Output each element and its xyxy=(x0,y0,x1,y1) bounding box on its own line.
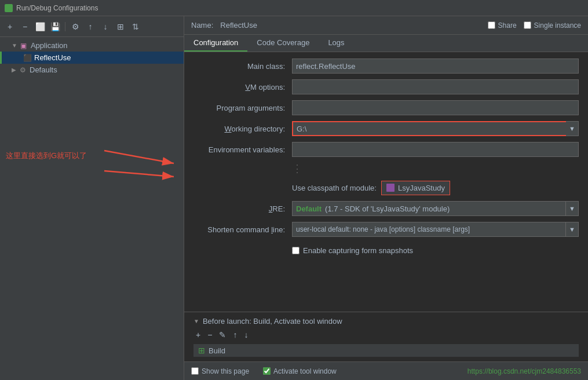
share-checkbox-item[interactable]: Share xyxy=(488,21,517,30)
separator: ⋮ xyxy=(292,162,304,175)
before-launch-down[interactable]: ↓ xyxy=(242,329,250,341)
sidebar-item-defaults[interactable]: ▶ ⚙ Defaults xyxy=(0,64,184,76)
enable-capture-row: Enable capturing form snapshots xyxy=(193,242,579,258)
config-header: Name: ReflectUse Share Single instance xyxy=(184,16,588,35)
before-launch-toolbar: + − ✎ ↑ ↓ xyxy=(193,329,579,341)
defaults-arrow: ▶ xyxy=(12,67,16,73)
show-page-label: Show this page xyxy=(202,367,249,375)
sidebar-item-reflectuse[interactable]: ⬛ ReflectUse xyxy=(0,52,184,64)
shorten-cmd-dropdown[interactable]: ▼ xyxy=(566,222,579,237)
module-icon xyxy=(386,184,395,192)
before-launch-section: ▼ Before launch: Build, Activate tool wi… xyxy=(184,312,588,361)
form-area: Main class: VM options: Program argument… xyxy=(184,52,588,312)
show-page-checkbox-item[interactable]: Show this page xyxy=(191,367,249,375)
before-launch-add[interactable]: + xyxy=(193,329,203,341)
move-up-button[interactable]: ↑ xyxy=(84,20,97,33)
main-class-label: Main class: xyxy=(193,62,292,71)
application-label: Application xyxy=(31,41,68,50)
before-launch-label: Before launch: Build, Activate tool wind… xyxy=(203,317,342,326)
add-config-button[interactable]: + xyxy=(3,20,16,33)
reflectuse-label: ReflectUse xyxy=(34,53,71,62)
jre-row: JRE: Default (1.7 - SDK of 'LsyJavaStudy… xyxy=(193,200,579,217)
application-folder-icon: ▣ xyxy=(20,42,28,50)
shorten-cmd-label: Shorten command line: xyxy=(193,225,292,234)
single-instance-checkbox[interactable] xyxy=(524,21,531,29)
sort-button[interactable]: ⇅ xyxy=(129,20,142,33)
defaults-gear-icon: ⚙ xyxy=(19,66,27,74)
tabs-row: Configuration Code Coverage Logs xyxy=(184,35,588,52)
before-launch-header: ▼ Before launch: Build, Activate tool wi… xyxy=(193,317,579,326)
defaults-label: Defaults xyxy=(30,65,57,74)
before-launch-remove[interactable]: − xyxy=(205,329,214,341)
shorten-cmd-row: Shorten command line: user-local default… xyxy=(193,221,579,237)
classpath-row: Use classpath of module: LsyJavaStudy xyxy=(292,180,579,196)
env-vars-input[interactable] xyxy=(292,142,579,157)
env-vars-label: Environment variables: xyxy=(193,145,292,154)
vm-options-input[interactable] xyxy=(292,79,579,94)
footer: Show this page Activate tool window http… xyxy=(184,361,588,380)
working-dir-input[interactable] xyxy=(292,121,566,136)
jre-extra-text: (1.7 - SDK of 'LsyJavaStudy' module) xyxy=(325,204,450,213)
settings-button[interactable]: ⚙ xyxy=(69,20,82,33)
build-item: ⊞ Build xyxy=(193,344,579,357)
main-class-input[interactable] xyxy=(292,59,579,74)
classpath-module-name: LsyJavaStudy xyxy=(398,184,445,192)
activate-tool-window-checkbox-item[interactable]: Activate tool window xyxy=(263,367,337,375)
jre-label: JRE: xyxy=(193,204,292,213)
before-launch-edit[interactable]: ✎ xyxy=(217,329,228,341)
jre-dropdown[interactable]: ▼ xyxy=(566,201,579,216)
title-text: Run/Debug Configurations xyxy=(16,4,98,12)
tab-code-coverage[interactable]: Code Coverage xyxy=(247,35,319,52)
name-label: Name: xyxy=(191,21,213,30)
tab-logs[interactable]: Logs xyxy=(319,35,353,52)
classpath-label: Use classpath of module: xyxy=(292,184,377,192)
tab-configuration[interactable]: Configuration xyxy=(184,35,247,52)
share-label: Share xyxy=(498,21,517,30)
toolbar-divider xyxy=(65,22,65,31)
copy-config-button[interactable]: ⬜ xyxy=(34,20,46,33)
program-args-input[interactable] xyxy=(292,100,579,115)
remove-config-button[interactable]: − xyxy=(19,20,31,33)
shorten-cmd-display: user-local default: none - java [options… xyxy=(292,222,566,237)
single-instance-checkbox-item[interactable]: Single instance xyxy=(524,21,581,30)
share-checkbox[interactable] xyxy=(488,21,495,29)
env-vars-row: Environment variables: xyxy=(193,141,579,158)
grid-button[interactable]: ⊞ xyxy=(114,20,127,33)
sidebar: + − ⬜ 💾 ⚙ ↑ ↓ ⊞ ⇅ ▼ ▣ Application ⬛ Refl… xyxy=(0,16,184,380)
enable-capture-label[interactable]: Enable capturing form snapshots xyxy=(292,246,413,255)
reflectuse-icon: ⬛ xyxy=(23,54,31,62)
footer-url: https://blog.csdn.net/cjm2484836553 xyxy=(468,367,581,375)
move-down-button[interactable]: ↓ xyxy=(99,20,112,33)
sidebar-item-application[interactable]: ▼ ▣ Application xyxy=(0,39,184,52)
before-launch-up[interactable]: ↑ xyxy=(231,329,239,341)
build-label: Build xyxy=(209,346,225,355)
name-value: ReflectUse xyxy=(220,21,257,30)
sidebar-toolbar: + − ⬜ 💾 ⚙ ↑ ↓ ⊞ ⇅ xyxy=(0,16,184,37)
jre-display: Default (1.7 - SDK of 'LsyJavaStudy' mod… xyxy=(292,201,566,216)
before-launch-arrow: ▼ xyxy=(193,318,199,324)
activate-tool-window-label: Activate tool window xyxy=(273,367,337,375)
program-args-label: Program arguments: xyxy=(193,104,292,112)
show-page-checkbox[interactable] xyxy=(191,367,199,375)
activate-tool-window-checkbox[interactable] xyxy=(263,367,271,375)
build-grid-icon: ⊞ xyxy=(198,346,205,355)
vm-options-row: VM options: xyxy=(193,79,579,95)
title-bar: Run/Debug Configurations xyxy=(0,0,588,16)
working-dir-row: Working directory: ▼ xyxy=(193,120,579,137)
save-config-button[interactable]: 💾 xyxy=(49,20,61,33)
expand-arrow: ▼ xyxy=(12,42,17,49)
vm-options-label: VM options: xyxy=(193,83,292,92)
single-instance-label: Single instance xyxy=(534,21,581,30)
classpath-box: LsyJavaStudy xyxy=(381,181,450,195)
enable-capture-checkbox[interactable] xyxy=(292,247,300,254)
main-class-row: Main class: xyxy=(193,58,579,74)
working-dir-dropdown[interactable]: ▼ xyxy=(566,121,579,136)
config-tree: ▼ ▣ Application ⬛ ReflectUse ▶ ⚙ Default… xyxy=(0,37,184,380)
app-icon xyxy=(5,4,13,12)
program-args-row: Program arguments: xyxy=(193,100,579,116)
working-dir-label: Working directory: xyxy=(193,125,292,133)
header-checkboxes: Share Single instance xyxy=(488,21,581,30)
right-panel: Name: ReflectUse Share Single instance C… xyxy=(184,16,588,380)
jre-default-text: Default xyxy=(296,204,322,213)
